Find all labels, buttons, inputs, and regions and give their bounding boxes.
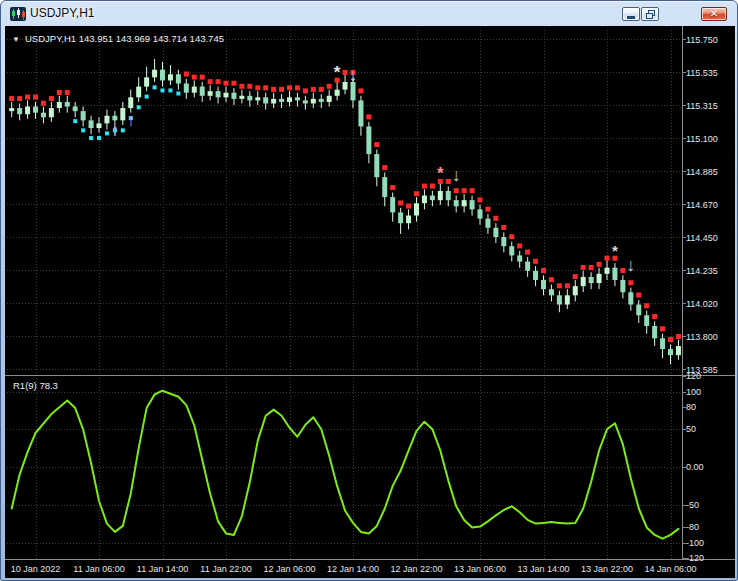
time-axis-label: 13 Jan 22:00 bbox=[581, 564, 633, 574]
time-axis-label: 13 Jan 14:00 bbox=[517, 564, 569, 574]
time-axis-label: 12 Jan 06:00 bbox=[263, 564, 315, 574]
up-arrow-marker: ↑ bbox=[111, 121, 120, 140]
down-arrow-marker: ↓ bbox=[452, 165, 461, 185]
time-axis-label: 11 Jan 06:00 bbox=[73, 564, 124, 574]
titlebar[interactable]: USDJPY,H1 ✕ bbox=[1, 1, 737, 26]
up-arrow-marker: ↑ bbox=[127, 111, 136, 130]
price-axis-label: 115.100 bbox=[686, 134, 718, 144]
indicator-axis-label: 100 bbox=[686, 387, 701, 397]
time-axis-label: 11 Jan 22:00 bbox=[200, 564, 251, 574]
price-axis-label: 114.235 bbox=[686, 266, 718, 276]
collapse-triangle-icon[interactable]: ▼ bbox=[12, 35, 20, 44]
minimize-icon bbox=[627, 16, 635, 19]
price-axis-label: 115.315 bbox=[686, 101, 718, 111]
restore-icon bbox=[646, 10, 655, 19]
star-marker: * bbox=[437, 164, 444, 183]
time-axis-label: 13 Jan 06:00 bbox=[454, 564, 506, 574]
price-axis-label: 115.750 bbox=[686, 35, 718, 45]
price-axis-label: 114.020 bbox=[686, 299, 718, 309]
star-marker: * bbox=[334, 63, 341, 82]
down-arrow-marker: ↓ bbox=[349, 65, 358, 85]
price-axis-label: 114.450 bbox=[686, 233, 718, 243]
time-axis-label: 14 Jan 06:00 bbox=[644, 564, 696, 574]
indicator-axis-label: 0.00 bbox=[686, 462, 704, 472]
close-icon: ✕ bbox=[710, 8, 718, 20]
time-axis-label: 12 Jan 14:00 bbox=[327, 564, 379, 574]
time-axis-label: 10 Jan 2022 bbox=[11, 564, 61, 574]
chart-canvas[interactable]: ↑↑*↓*↓*↓115.750115.535115.315115.100114.… bbox=[5, 26, 735, 578]
chart-window: USDJPY,H1 ✕ ↑↑*↓*↓*↓115.750115.535115.31… bbox=[0, 0, 738, 581]
window-title: USDJPY,H1 bbox=[30, 6, 94, 20]
price-axis-label: 114.885 bbox=[686, 167, 718, 177]
indicator-axis-label: 80 bbox=[686, 402, 696, 412]
indicator-axis-label: -50 bbox=[686, 500, 699, 510]
time-axis-label: 11 Jan 14:00 bbox=[137, 564, 188, 574]
close-button[interactable]: ✕ bbox=[701, 7, 727, 21]
down-arrow-marker: ↓ bbox=[626, 255, 635, 275]
chart-area[interactable]: ↑↑*↓*↓*↓115.750115.535115.315115.100114.… bbox=[5, 26, 735, 578]
ohlc-legend: USDJPY,H1 143.951 143.969 143.714 143.74… bbox=[25, 33, 224, 44]
price-axis-label: 114.670 bbox=[686, 200, 718, 210]
time-axis[interactable]: 10 Jan 202211 Jan 06:0011 Jan 14:0011 Ja… bbox=[11, 564, 697, 574]
indicator-axis-label: -80 bbox=[686, 522, 699, 532]
star-marker: * bbox=[612, 242, 618, 259]
indicator-axis-label: 120 bbox=[686, 371, 701, 381]
price-axis-label: 113.800 bbox=[686, 332, 718, 342]
indicator-axis-label: -100 bbox=[686, 538, 704, 548]
time-axis-label: 12 Jan 22:00 bbox=[390, 564, 442, 574]
price-axis-label: 115.535 bbox=[686, 68, 718, 78]
minimize-button[interactable] bbox=[622, 7, 640, 21]
indicator-axis-label: -120 bbox=[686, 553, 704, 563]
indicator-label: R1(9) 78.3 bbox=[13, 380, 58, 391]
restore-button[interactable] bbox=[641, 7, 659, 21]
indicator-axis-label: 50 bbox=[686, 424, 696, 434]
app-icon bbox=[10, 7, 26, 21]
